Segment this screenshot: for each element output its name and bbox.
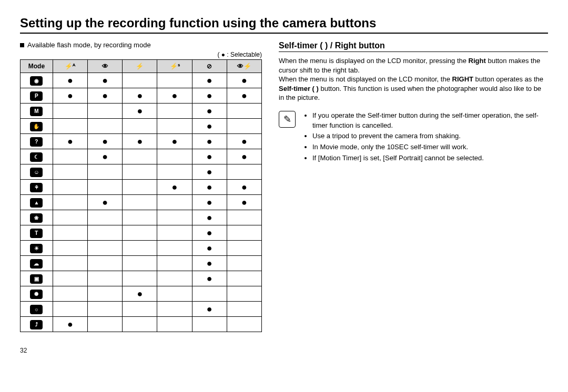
selectable-dot-icon: ● [102, 90, 108, 101]
flash-cell [53, 256, 87, 271]
mode-night-icon: ☾ [30, 152, 43, 162]
flash-cell: ● [227, 195, 261, 210]
flash-cell [123, 180, 157, 195]
mode-landscape-icon: ▲ [30, 198, 43, 208]
redeye-fix-icon: 👁⚡ [237, 63, 251, 70]
flash-cell [157, 104, 192, 119]
flash-cell [88, 119, 123, 134]
table-row: ☀● [21, 241, 262, 256]
mode-cell: ☼ [21, 302, 53, 317]
flash-cell [227, 164, 261, 180]
mode-auto-icon: ◉ [30, 76, 43, 86]
flash-cell [53, 180, 87, 195]
flash-cell: ● [123, 88, 157, 104]
flash-cell [123, 73, 157, 88]
mode-self-shot-icon: ⤴ [30, 320, 43, 329]
selectable-dot-icon: ● [67, 136, 73, 147]
flash-cell [157, 195, 192, 210]
mode-closeup-icon: ❀ [30, 213, 43, 223]
table-row: ☁● [21, 256, 262, 271]
mode-manual-icon: M [30, 107, 43, 116]
flash-cell [53, 271, 87, 286]
mode-cell: ◉ [21, 73, 53, 88]
flash-cell [157, 149, 192, 164]
flash-cell [88, 225, 123, 241]
selectable-dot-icon: ● [172, 182, 178, 192]
flash-cell: ● [192, 256, 227, 271]
page-number: 32 [20, 347, 262, 354]
flash-cell: ● [88, 195, 123, 210]
table-row: ▲●●● [21, 195, 262, 210]
flash-cell [227, 104, 261, 119]
flash-mode-table: Mode ⚡ᴬ 👁 ⚡ ⚡ˢ ⊘ 👁⚡ ◉●●●●P●●●●●●M●●✋●?●●… [20, 59, 262, 332]
mode-children-icon: ⚘ [30, 183, 43, 192]
selectable-dot-icon: ● [207, 258, 212, 269]
mode-cell: ? [21, 134, 53, 149]
flash-cell: ● [227, 149, 261, 164]
selectable-dot-icon: ● [137, 288, 143, 299]
flash-off-icon: ⊘ [207, 63, 212, 70]
table-row: ⤴● [21, 317, 262, 332]
flash-cell [88, 241, 123, 256]
flash-cell: ● [192, 119, 227, 134]
selectable-dot-icon: ● [102, 136, 108, 147]
flash-cell [88, 286, 123, 302]
selectable-dot-icon: ● [137, 90, 143, 101]
selectable-dot-icon: ● [207, 228, 212, 238]
col-slow-sync: ⚡ˢ [157, 60, 192, 73]
selectable-dot-icon: ● [102, 197, 108, 208]
flash-cell: ● [157, 88, 192, 104]
flash-cell [123, 119, 157, 134]
flash-cell [123, 241, 157, 256]
flash-cell: ● [227, 134, 261, 149]
p2d: Self-timer ( ) [279, 85, 319, 92]
slow-sync-icon: ⚡ˢ [170, 63, 180, 70]
right-column: Self-timer ( ) / Right button When the m… [279, 41, 548, 354]
flash-cell [227, 271, 261, 286]
flash-cell: ● [192, 88, 227, 104]
flash-cell: ● [192, 241, 227, 256]
self-timer-heading: Self-timer ( ) / Right button [279, 41, 548, 52]
flash-cell [53, 149, 87, 164]
selectable-dot-icon: ● [172, 90, 178, 101]
flash-cell [227, 210, 261, 225]
table-header-row: Mode ⚡ᴬ 👁 ⚡ ⚡ˢ ⊘ 👁⚡ [21, 60, 262, 73]
selectable-dot-icon: ● [207, 75, 212, 86]
mode-photo-help-icon: ? [30, 137, 43, 147]
flash-cell: ● [192, 134, 227, 149]
note-item: Use a tripod to prevent the camera from … [312, 131, 548, 141]
col-flash-off: ⊘ [192, 60, 227, 73]
mode-cell: ✺ [21, 286, 53, 302]
table-row: ⚘●●● [21, 180, 262, 195]
selectable-legend: ( ● : Selectable) [20, 51, 262, 58]
table-row: ▣● [21, 271, 262, 286]
flash-cell: ● [123, 286, 157, 302]
selectable-dot-icon: ● [207, 106, 212, 116]
mode-cell: P [21, 88, 53, 104]
col-redeye-fix: 👁⚡ [227, 60, 261, 73]
selectable-dot-icon: ● [67, 90, 73, 101]
selectable-dot-icon: ● [207, 136, 212, 147]
selectable-dot-icon: ● [102, 75, 108, 86]
self-timer-description: When the menu is displayed on the LCD mo… [279, 56, 548, 102]
flash-cell: ● [227, 180, 261, 195]
mode-dis-icon: ✋ [30, 122, 43, 131]
mode-cell: ⤴ [21, 317, 53, 332]
col-flash-auto: ⚡ᴬ [53, 60, 87, 73]
selectable-dot-icon: ● [241, 182, 247, 192]
mode-cell: ▣ [21, 271, 53, 286]
flash-cell: ● [192, 225, 227, 241]
flash-cell: ● [192, 149, 227, 164]
p1b: Right [469, 57, 486, 65]
p2b: RIGHT [452, 75, 473, 83]
mode-dawn-icon: ☁ [30, 259, 43, 269]
flash-cell [227, 302, 261, 317]
flash-cell: ● [53, 73, 87, 88]
flash-cell [157, 271, 192, 286]
table-row: ?●●●●●● [21, 134, 262, 149]
mode-portrait-icon: ☺ [30, 168, 43, 177]
flash-cell [157, 210, 192, 225]
flash-cell [88, 180, 123, 195]
table-body: ◉●●●●P●●●●●●M●●✋●?●●●●●●☾●●●☺●⚘●●●▲●●●❀●… [21, 73, 262, 332]
flash-cell: ● [192, 104, 227, 119]
